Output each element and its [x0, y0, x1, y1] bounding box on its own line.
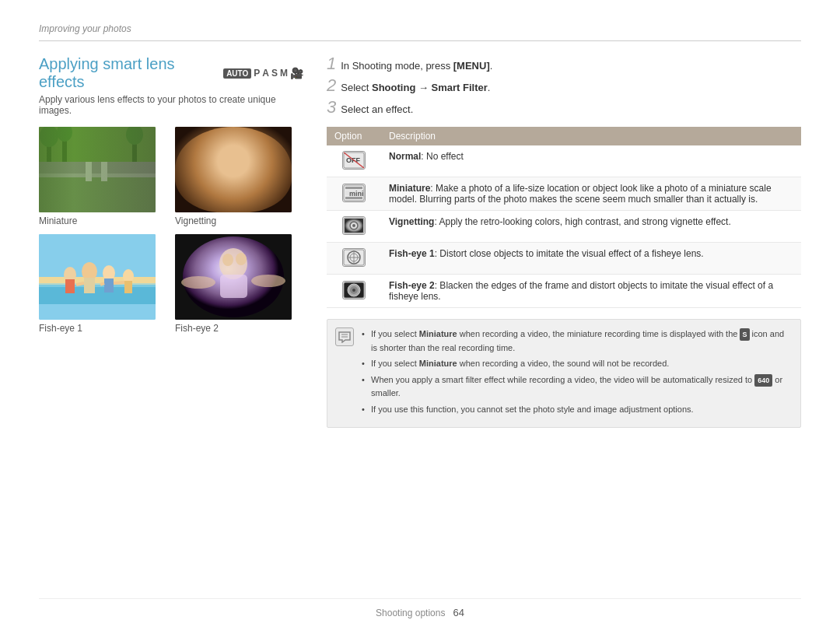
col-option: Option	[327, 127, 381, 145]
svg-rect-11	[132, 133, 137, 162]
step-2: 2 Select Shooting → Smart Filter.	[327, 77, 801, 94]
icon-cell-miniature: mini	[327, 177, 381, 211]
effect-name-normal: Normal	[389, 151, 421, 162]
desc-cell-miniature: Miniature: Make a photo of a life-size l…	[381, 177, 801, 211]
badge-auto: AUTO	[223, 68, 251, 79]
note-icon	[335, 328, 354, 346]
svg-line-35	[76, 283, 84, 285]
icon-cell-fisheye1	[327, 243, 381, 275]
effects-table: Option Description OFF	[327, 127, 801, 308]
table-row-fisheye1: Fish-eye 1: Distort close objects to imi…	[327, 243, 801, 275]
svg-rect-32	[104, 278, 114, 292]
badge-a: A	[262, 68, 269, 79]
svg-point-21	[191, 142, 208, 152]
badge-resolution: 640	[754, 374, 772, 387]
badge-s: S	[271, 68, 278, 79]
badge-s-icon: S	[740, 328, 749, 341]
icon-fisheye2	[342, 281, 366, 299]
section-title: Applying smart lens effects AUTO P A S M…	[39, 55, 303, 91]
svg-rect-13	[175, 127, 292, 212]
footer-page: 64	[453, 607, 464, 618]
svg-rect-7	[47, 135, 51, 162]
breadcrumb: Improving your photos	[39, 23, 131, 34]
svg-point-12	[126, 127, 143, 145]
photo-fisheye1	[39, 234, 156, 320]
step-text-2: Select Shooting → Smart Filter.	[341, 82, 490, 93]
svg-rect-5	[86, 162, 92, 181]
svg-rect-50	[345, 187, 362, 189]
svg-rect-4	[39, 177, 156, 212]
icon-cell-normal: OFF	[327, 145, 381, 177]
note-item-1: If you select Miniature when recording a…	[362, 328, 789, 355]
svg-point-17	[192, 145, 208, 163]
photo-label-fisheye2: Fish-eye 2	[175, 323, 303, 334]
step-num-3: 3	[327, 99, 336, 116]
svg-rect-34	[124, 281, 132, 293]
svg-rect-6	[101, 162, 107, 181]
svg-rect-25	[39, 285, 156, 304]
svg-point-42	[236, 253, 247, 265]
photo-item-vignetting: Vignetting	[175, 127, 303, 226]
step-3: 3 Select an effect.	[327, 99, 801, 116]
svg-point-19	[226, 131, 248, 144]
svg-rect-3	[39, 173, 156, 181]
col-description: Description	[381, 127, 801, 145]
svg-point-16	[248, 142, 265, 162]
svg-point-41	[222, 254, 233, 266]
svg-rect-28	[65, 279, 75, 293]
badge-video: 🎥	[290, 67, 303, 79]
note-list: If you select Miniature when recording a…	[362, 328, 789, 417]
icon-cell-fisheye2	[327, 275, 381, 308]
effect-name-fisheye1: Fish-eye 1	[389, 248, 435, 259]
svg-line-36	[100, 283, 104, 285]
footer: Shooting options 64	[39, 598, 801, 618]
svg-point-10	[57, 127, 72, 142]
photo-miniature	[39, 127, 156, 212]
icon-cell-vignetting	[327, 211, 381, 243]
svg-rect-23	[39, 234, 156, 277]
page: Improving your photos Applying smart len…	[0, 0, 840, 634]
photo-label-miniature: Miniature	[39, 215, 167, 226]
effect-name-vignetting: Vignetting	[389, 216, 434, 227]
photos-grid: Miniature	[39, 127, 303, 334]
step2-smartfilter: Smart Filter	[432, 82, 488, 93]
svg-point-15	[227, 135, 247, 158]
step2-shooting: Shooting	[372, 82, 415, 93]
svg-point-18	[208, 136, 228, 149]
photo-label-fisheye1: Fish-eye 1	[39, 323, 167, 334]
left-panel: Applying smart lens effects AUTO P A S M…	[39, 55, 303, 592]
steps: 1 In Shooting mode, press [MENU]. 2 Sele…	[327, 55, 801, 116]
effect-name-miniature: Miniature	[389, 183, 430, 194]
photo-item-miniature: Miniature	[39, 127, 167, 226]
photo-label-vignetting: Vignetting	[175, 215, 303, 226]
svg-point-45	[251, 275, 285, 287]
note-item-2: If you select Miniature when recording a…	[362, 357, 789, 371]
photo-vignetting	[175, 127, 292, 212]
svg-rect-9	[62, 131, 67, 162]
mode-badges: AUTO P A S M 🎥	[223, 67, 303, 79]
svg-point-57	[352, 224, 355, 227]
icon-vignetting	[342, 216, 366, 235]
photo-item-fisheye1: Fish-eye 1	[39, 234, 167, 334]
svg-text:mini: mini	[349, 190, 364, 198]
photo-fisheye2	[175, 234, 292, 320]
bracket-menu: [MENU]	[453, 60, 490, 72]
table-row-normal: OFF Normal: No effect	[327, 145, 801, 177]
step-num-1: 1	[327, 55, 336, 72]
svg-rect-43	[220, 275, 247, 298]
badge-m: M	[280, 68, 288, 79]
svg-line-37	[114, 282, 124, 283]
table-row-vignetting: Vignetting: Apply the retro-looking colo…	[327, 211, 801, 243]
desc-cell-normal: Normal: No effect	[381, 145, 801, 177]
svg-point-44	[181, 276, 215, 289]
svg-rect-0	[39, 127, 156, 212]
right-panel: 1 In Shooting mode, press [MENU]. 2 Sele…	[327, 55, 801, 592]
desc-cell-fisheye2: Fish-eye 2: Blacken the edges of the fra…	[381, 275, 801, 308]
effect-name-fisheye2: Fish-eye 2	[389, 280, 435, 291]
table-header-row: Option Description	[327, 127, 801, 145]
svg-point-66	[352, 289, 355, 292]
svg-rect-1	[39, 127, 156, 166]
badge-p: P	[254, 68, 260, 79]
step-text-3: Select an effect.	[341, 103, 413, 115]
step-text-1: In Shooting mode, press [MENU].	[341, 60, 492, 72]
